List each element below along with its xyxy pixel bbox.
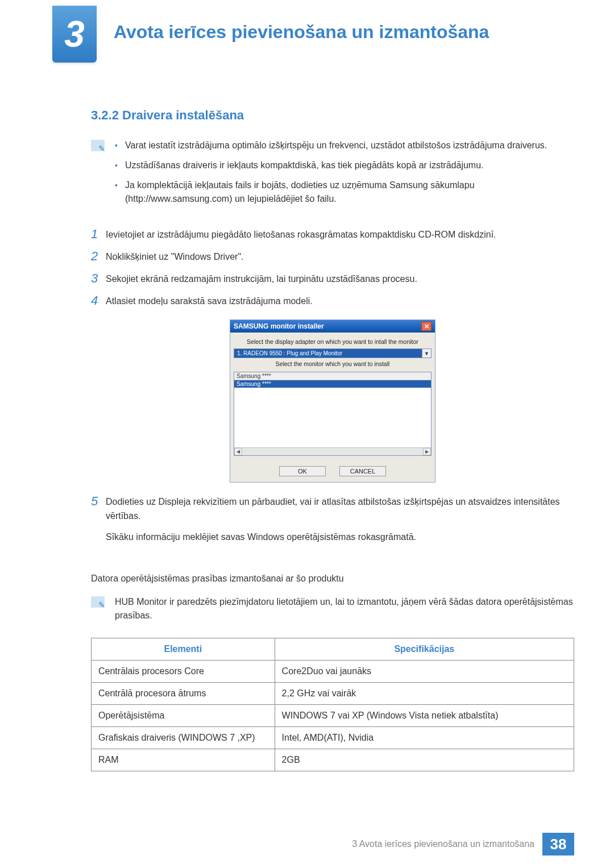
table-cell: Centrālā procesora ātrums: [92, 683, 275, 705]
adapter-select[interactable]: 1. RADEON 9550 : Plug and Play Monitor ▼: [234, 348, 432, 358]
step-number: 1: [91, 227, 106, 242]
installer-window: SAMSUNG monitor installer ✕ Select the d…: [230, 319, 435, 483]
step-text: Noklikšķiniet uz "Windows Driver".: [106, 249, 244, 264]
scroll-left-icon[interactable]: ◀: [234, 448, 242, 455]
installer-titlebar: SAMSUNG monitor installer ✕: [230, 320, 435, 333]
note-item: Ja komplektācijā iekļautais fails ir boj…: [115, 178, 574, 207]
step-1: 1Ievietojiet ar izstrādājumu piegādāto l…: [91, 227, 574, 242]
table-cell: Grafiskais draiveris (WINDOWS 7 ,XP): [92, 727, 275, 749]
step-number: 2: [91, 249, 106, 264]
note-icon: [91, 140, 105, 151]
adapter-value: 1. RADEON 9550 : Plug and Play Monitor: [234, 349, 422, 358]
section-heading: 3.2.2 Draivera instalēšana: [91, 108, 574, 123]
note-icon: [91, 596, 105, 608]
close-icon[interactable]: ✕: [421, 322, 432, 331]
table-row: Centrālais procesors CoreCore2Duo vai ja…: [92, 661, 574, 683]
step-2: 2Noklikšķiniet uz "Windows Driver".: [91, 249, 574, 264]
step-number: 4: [91, 293, 106, 308]
installer-label-2: Select the monitor which you want to ins…: [234, 360, 432, 367]
horizontal-scrollbar[interactable]: ◀ ▶: [234, 447, 431, 455]
note-block-1: Varat iestatīt izstrādājuma optimālo izš…: [91, 139, 574, 212]
table-cell: Intel, AMD(ATI), Nvidia: [275, 727, 574, 749]
cancel-button[interactable]: CANCEL: [339, 466, 386, 476]
table-cell: 2GB: [275, 749, 574, 771]
table-row: Centrālā procesora ātrums2,2 GHz vai vai…: [92, 683, 574, 705]
table-cell: RAM: [92, 749, 275, 771]
table-header: Specifikācijas: [275, 638, 574, 661]
installer-title-text: SAMSUNG monitor installer: [234, 322, 324, 330]
step-number: 3: [91, 271, 106, 286]
step-body: Dodieties uz Displeja rekvizītiem un pār…: [106, 494, 574, 544]
os-req-note: HUB Monitor ir paredzēts piezīmjdatoru l…: [115, 595, 574, 624]
section-number: 3.2.2: [91, 108, 119, 122]
step-text: Atlasiet modeļu sarakstā sava izstrādāju…: [106, 293, 313, 309]
ok-button[interactable]: OK: [279, 466, 326, 476]
chapter-title: Avota ierīces pievienošana un izmantošan…: [114, 22, 489, 43]
note-item: Varat iestatīt izstrādājuma optimālo izš…: [115, 139, 574, 153]
step-text: Sekojiet ekrānā redzamajām instrukcijām,…: [106, 271, 417, 286]
step-3: 3Sekojiet ekrānā redzamajām instrukcijām…: [91, 271, 574, 286]
table-cell: Operētājsistēma: [92, 705, 275, 727]
page-footer: 3 Avota ierīces pievienošana un izmantoš…: [0, 833, 614, 855]
spec-table: Elementi Specifikācijas Centrālais proce…: [91, 638, 574, 771]
table-header-row: Elementi Specifikācijas: [92, 638, 574, 661]
steps-list: 1Ievietojiet ar izstrādājumu piegādāto l…: [91, 227, 574, 308]
table-row: RAM2GB: [92, 749, 574, 771]
footer-text: 3 Avota ierīces pievienošana un izmantoš…: [352, 839, 534, 849]
chapter-tab: 3: [52, 6, 97, 63]
table-cell: Centrālais procesors Core: [92, 661, 275, 683]
chevron-down-icon[interactable]: ▼: [422, 349, 431, 358]
page-number: 38: [542, 833, 574, 855]
list-item-selected[interactable]: Samsung ****: [234, 380, 431, 388]
installer-label-1: Select the display adapter on which you …: [234, 338, 432, 345]
installer-body: Select the display adapter on which you …: [230, 333, 435, 459]
table-cell: Core2Duo vai jaunāks: [275, 661, 574, 683]
step-text: Dodieties uz Displeja rekvizītiem un pār…: [106, 494, 574, 524]
scroll-track[interactable]: [242, 448, 423, 455]
table-cell: WINDOWS 7 vai XP (Windows Vista netiek a…: [275, 705, 574, 727]
os-req-heading: Datora operētājsistēmas prasības izmanto…: [91, 572, 574, 586]
list-item[interactable]: Samsung ****: [234, 372, 431, 380]
scroll-right-icon[interactable]: ▶: [423, 448, 431, 455]
table-cell: 2,2 GHz vai vairāk: [275, 683, 574, 705]
steps-list-2: 5 Dodieties uz Displeja rekvizītiem un p…: [91, 494, 574, 544]
table-row: Grafiskais draiveris (WINDOWS 7 ,XP)Inte…: [92, 727, 574, 749]
chapter-number: 3: [64, 13, 85, 55]
note-item: Uzstādīšanas draiveris ir iekļauts kompa…: [115, 159, 574, 173]
step-4: 4Atlasiet modeļu sarakstā sava izstrādāj…: [91, 293, 574, 309]
table-row: OperētājsistēmaWINDOWS 7 vai XP (Windows…: [92, 705, 574, 727]
note-block-2: HUB Monitor ir paredzēts piezīmjdatoru l…: [91, 595, 574, 624]
step-extra: Sīkāku informāciju meklējiet savas Windo…: [106, 529, 574, 545]
monitor-list[interactable]: Samsung **** Samsung **** ◀ ▶: [234, 372, 432, 456]
step-number: 5: [91, 494, 106, 509]
step-5: 5 Dodieties uz Displeja rekvizītiem un p…: [91, 494, 574, 544]
page-content: 3.2.2 Draivera instalēšana Varat iestatī…: [91, 108, 574, 771]
table-header: Elementi: [92, 638, 275, 661]
note-bullets: Varat iestatīt izstrādājuma optimālo izš…: [115, 139, 574, 212]
step-text: Ievietojiet ar izstrādājumu piegādāto li…: [106, 227, 496, 242]
installer-buttons: OK CANCEL: [230, 459, 435, 482]
section-title: Draivera instalēšana: [122, 108, 244, 122]
